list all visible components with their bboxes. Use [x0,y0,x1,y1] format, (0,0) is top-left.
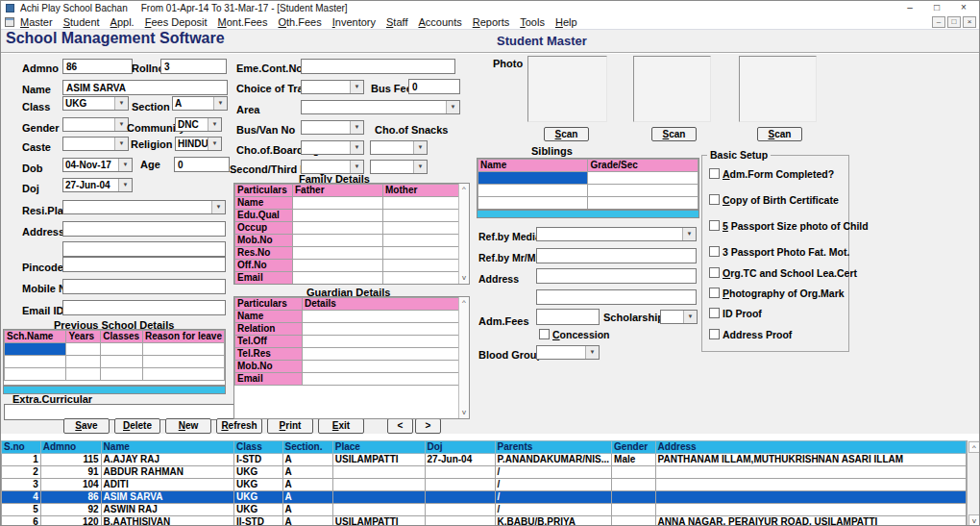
maximize-icon[interactable]: □ [923,1,950,15]
cell[interactable] [293,222,383,235]
cell[interactable]: 86 [40,491,101,504]
cell[interactable] [612,466,656,479]
cell[interactable] [588,185,698,197]
cell[interactable]: 3 [2,479,41,491]
scholarship-combo[interactable]: ▼ [660,310,698,324]
passport-photo-child-checkbox[interactable] [709,220,720,231]
cell[interactable] [293,210,383,222]
ref-mrmrs-input[interactable] [536,248,697,263]
mobile-input[interactable] [62,279,226,294]
cell[interactable]: 92 [40,504,101,516]
cell[interactable]: / [495,491,612,504]
cell[interactable] [303,311,460,323]
table-row[interactable]: 6120B.AATHISIVANII-STDAUSILAMPATTIK.BABU… [2,516,967,526]
cell[interactable] [383,247,460,260]
caste-combo[interactable]: ▼ [62,137,129,151]
bus-fees-input[interactable] [408,79,460,94]
chevron-down-icon[interactable]: ▼ [350,121,363,134]
cell[interactable] [303,336,460,348]
cell[interactable] [303,361,460,373]
table-row[interactable] [5,343,225,356]
cell[interactable] [142,356,224,368]
cell[interactable]: 91 [40,466,101,479]
name-input[interactable] [62,80,228,95]
column-header[interactable]: Reason for leave [142,331,224,343]
column-header[interactable]: Years [66,331,101,343]
cell[interactable]: 120 [40,516,101,526]
column-header[interactable]: Details [303,298,460,311]
table-row[interactable]: Occup [235,222,460,235]
chevron-down-icon[interactable]: ▼ [118,179,132,191]
chevron-down-icon[interactable]: ▼ [118,159,132,171]
blood-group-combo[interactable]: ▼ [536,345,600,360]
snacks-combo[interactable]: ▼ [370,140,428,155]
column-header[interactable]: Father [293,185,383,197]
table-row[interactable]: Name [235,311,460,323]
chevron-down-icon[interactable]: ▼ [682,228,696,240]
cell[interactable] [332,504,425,516]
scroll-up-icon[interactable]: ^ [459,297,469,308]
next-record-button[interactable]: > [415,418,441,434]
cell[interactable] [293,235,383,247]
chevron-down-icon[interactable]: ▼ [211,201,225,213]
cell[interactable]: K.BABU/B.PRIYA [495,516,612,526]
cell[interactable]: P.ANANDAKUMAR/NIS... [495,454,612,466]
table-row[interactable]: Off.No [235,260,460,272]
scroll-down-icon[interactable]: v [459,408,469,418]
table-row[interactable]: Mob.No [235,361,460,373]
passport-photo-parents-checkbox[interactable] [709,246,720,257]
cell[interactable] [383,235,460,247]
community-combo[interactable]: DNC ▼ [175,117,222,132]
cell[interactable] [383,272,460,285]
menu-inventory[interactable]: Inventory [332,16,376,28]
cell[interactable] [588,172,698,185]
chevron-down-icon[interactable]: ▼ [585,346,599,359]
class-combo[interactable]: UKG ▼ [62,96,129,111]
menu-fees-deposit[interactable]: Fees Deposit [145,16,208,28]
guardian-scrollbar[interactable]: ^ v [458,297,469,418]
cell[interactable] [425,466,495,479]
cell[interactable] [293,260,383,272]
cell[interactable] [303,323,460,336]
cell[interactable] [478,185,588,197]
cell[interactable] [425,516,495,526]
cell[interactable]: USILAMPATTI [332,516,425,526]
column-header[interactable]: Grade/Sec [588,160,698,172]
table-row[interactable]: Mob.No [235,235,460,247]
cell[interactable] [5,343,66,356]
table-row[interactable]: Relation [235,323,460,336]
chevron-down-icon[interactable]: ▼ [114,118,128,131]
chevron-down-icon[interactable]: ▼ [413,161,427,173]
concession-checkbox[interactable] [539,329,550,339]
menu-student[interactable]: Student [63,16,100,28]
cell[interactable]: A.AJAY RAJ [101,454,233,466]
cell[interactable] [332,491,425,504]
cell[interactable]: A [282,466,332,479]
cell[interactable] [588,197,698,210]
cell[interactable] [655,491,966,504]
section-combo[interactable]: A ▼ [172,96,228,111]
column-header[interactable]: Classes [101,331,143,343]
cell[interactable]: A [282,516,332,526]
travel-combo[interactable]: ▼ [301,80,364,94]
pincode-input[interactable] [62,257,226,272]
table-row[interactable] [5,368,225,381]
cell[interactable] [101,356,143,368]
column-header[interactable]: Parents [495,441,612,454]
age-input[interactable] [174,157,230,172]
column-header[interactable]: Particulars [235,298,303,311]
chevron-down-icon[interactable]: ▼ [114,97,128,110]
chevron-down-icon[interactable]: ▼ [114,138,128,150]
ref-media-combo[interactable]: ▼ [536,227,697,241]
column-header[interactable]: Class [234,441,283,454]
column-header[interactable]: Particulars [235,185,293,197]
rollno-input[interactable] [160,59,227,74]
cell[interactable]: / [495,479,612,491]
chevron-down-icon[interactable]: ▼ [683,311,697,323]
address-input-2[interactable] [62,241,226,257]
scan-button-3[interactable]: Scan [757,127,802,141]
address-proof-checkbox[interactable] [709,329,720,339]
cell[interactable] [612,491,656,504]
child-close-icon[interactable]: × [963,16,976,28]
cell[interactable]: 6 [2,516,41,526]
